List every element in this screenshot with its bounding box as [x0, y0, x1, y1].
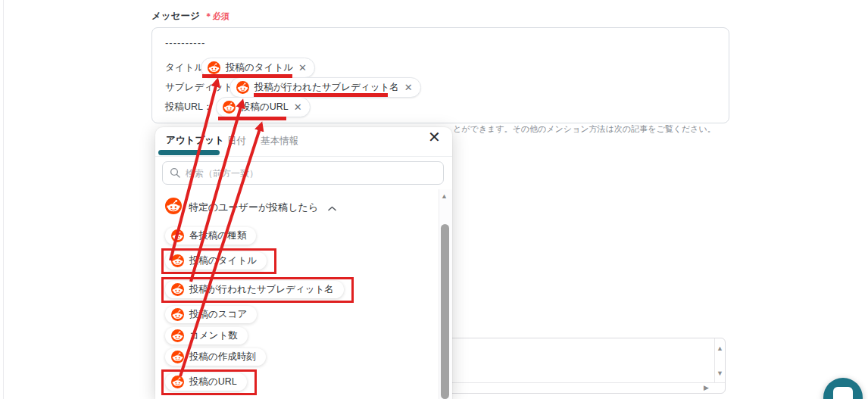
token-label: 投稿のURL — [241, 101, 289, 114]
output-variable-chip[interactable]: 投稿のURL — [165, 373, 247, 391]
reddit-icon — [171, 351, 184, 363]
item-wrap: 各投稿の種類 — [165, 227, 256, 245]
item-wrap: 投稿の作成時刻 — [165, 348, 266, 366]
output-variable-chip[interactable]: 各投稿の種類 — [165, 227, 256, 245]
item-wrap: コメント数 — [165, 327, 248, 345]
search-field-wrap — [162, 161, 444, 185]
item-wrap: 投稿のスコア — [165, 306, 257, 324]
annotation-underline-post-url — [218, 117, 286, 120]
annotation-highlight-box: 投稿が行われたサブレディット名 — [161, 277, 354, 303]
message-dashes-text: ---------- — [165, 37, 205, 48]
annotation-underline-subreddit — [254, 93, 388, 97]
output-variable-chip[interactable]: 投稿が行われたサブレディット名 — [165, 281, 344, 298]
token-label: 投稿が行われたサブレディット名 — [254, 81, 399, 94]
required-badge: ＊必須 — [205, 11, 229, 20]
chip-label: 投稿の作成時刻 — [189, 351, 256, 363]
chip-label: コメント数 — [189, 329, 238, 342]
chip-label: 投稿が行われたサブレディット名 — [189, 283, 334, 296]
reddit-icon — [171, 376, 184, 388]
popup-scrollbar-thumb[interactable] — [441, 224, 449, 399]
chat-launcher-button[interactable] — [823, 378, 863, 399]
reddit-icon — [223, 101, 236, 114]
reddit-icon — [236, 81, 249, 94]
token-row-label-post-url: 投稿URL： — [165, 101, 213, 114]
output-variable-chip[interactable]: コメント数 — [165, 327, 248, 344]
tab-basic-info[interactable]: 基本情報 — [261, 135, 298, 148]
annotation-highlight-box: 投稿のURL — [161, 369, 257, 395]
annotation-highlight-box: 投稿のタイトル — [161, 248, 276, 274]
reddit-icon — [171, 229, 184, 242]
trigger-group-label: 特定のユーザーが投稿したら — [189, 201, 318, 214]
tabs-divider — [155, 156, 452, 157]
chevron-up-icon[interactable] — [328, 201, 336, 214]
output-variable-chip[interactable]: 投稿のタイトル — [165, 252, 267, 270]
chip-label: 投稿のURL — [189, 376, 237, 388]
scroll-right-icon[interactable]: ▶ — [704, 385, 709, 391]
token-label: 投稿のタイトル — [226, 61, 293, 74]
page-left-edge-line — [3, 0, 4, 399]
tab-date[interactable]: 日付 — [227, 135, 246, 148]
output-variable-chip[interactable]: 投稿のスコア — [165, 306, 257, 323]
reddit-icon — [165, 198, 182, 217]
annotation-underline-title — [202, 74, 292, 78]
chip-label: 投稿のタイトル — [189, 254, 257, 267]
remove-token-icon[interactable]: ✕ — [404, 83, 413, 92]
message-field-label: メッセージ＊必須 — [151, 10, 229, 23]
close-icon[interactable]: ✕ — [428, 129, 441, 145]
scroll-down-icon[interactable]: ▼ — [717, 370, 723, 377]
message-field-label-text: メッセージ — [151, 11, 200, 21]
reddit-icon — [171, 283, 184, 296]
search-icon — [170, 167, 180, 181]
remove-token-icon[interactable]: ✕ — [294, 102, 302, 112]
active-tab-underline — [158, 150, 220, 155]
chip-label: 投稿のスコア — [189, 308, 247, 321]
reddit-icon — [208, 61, 220, 74]
scroll-up-icon[interactable]: ▲ — [717, 345, 723, 352]
search-input[interactable] — [162, 161, 444, 185]
output-items-list: 各投稿の種類投稿のタイトル投稿が行われたサブレディット名投稿のスコアコメント数投… — [161, 227, 354, 395]
vertical-scrollbar-divider — [714, 338, 715, 382]
reddit-icon — [171, 254, 184, 267]
message-token-post-url[interactable]: 投稿のURL ✕ — [216, 97, 311, 117]
remove-token-icon[interactable]: ✕ — [298, 63, 307, 73]
output-variable-popup: アウトプット 日付 基本情報 ✕ 特定のユーザーが投稿したら 各投稿の種類投稿の… — [155, 127, 452, 399]
chat-icon — [833, 387, 853, 399]
popup-scroll-up-icon[interactable]: ▲ — [441, 192, 448, 200]
chip-label: 各投稿の種類 — [189, 229, 246, 242]
output-variable-chip[interactable]: 投稿の作成時刻 — [165, 348, 266, 366]
reddit-icon — [171, 329, 184, 342]
trigger-group-header[interactable]: 特定のユーザーが投稿したら — [165, 198, 336, 217]
tab-output[interactable]: アウトプット — [166, 134, 224, 147]
help-text: とができます。その他のメンション方法は次の記事をご覧ください。 — [453, 123, 716, 135]
reddit-icon — [171, 308, 184, 321]
